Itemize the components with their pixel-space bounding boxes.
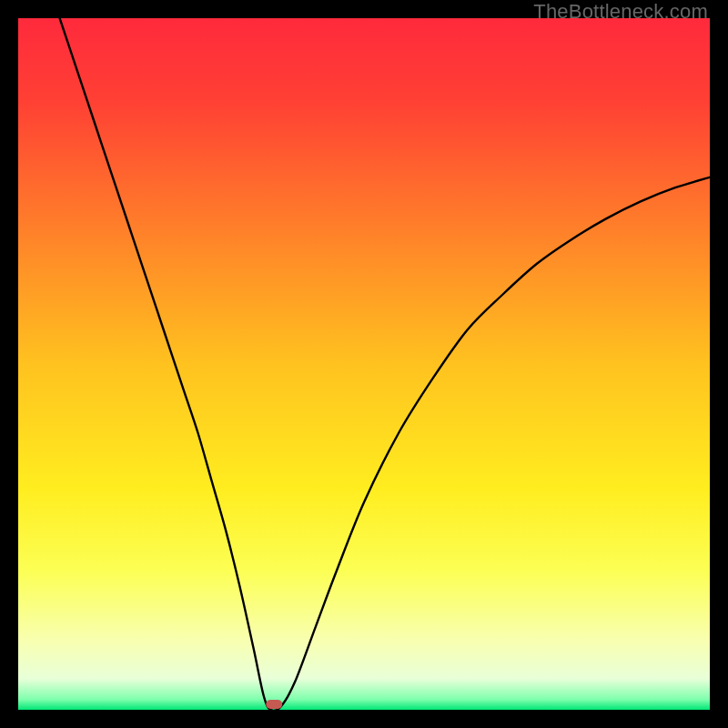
gradient-background [18,18,710,710]
chart-svg [18,18,710,710]
plot-area [18,18,710,710]
minimum-marker [266,700,282,709]
chart-frame: TheBottleneck.com [0,0,728,728]
